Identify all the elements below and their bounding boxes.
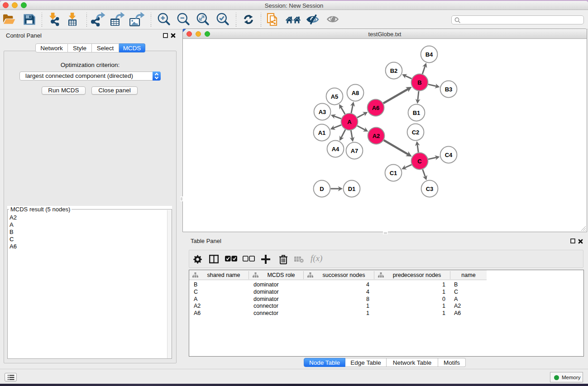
svg-text:A5: A5 bbox=[331, 93, 339, 100]
svg-text:C: C bbox=[417, 158, 422, 165]
svg-text:D1: D1 bbox=[348, 186, 356, 192]
svg-text:B2: B2 bbox=[390, 67, 398, 74]
svg-text:A2: A2 bbox=[373, 133, 380, 139]
svg-text:A1: A1 bbox=[318, 129, 326, 136]
svg-text:C1: C1 bbox=[390, 170, 397, 176]
svg-text:A6: A6 bbox=[372, 105, 380, 111]
svg-text:A3: A3 bbox=[319, 109, 326, 115]
svg-text:B: B bbox=[417, 79, 421, 86]
svg-text:C2: C2 bbox=[412, 129, 420, 136]
svg-text:D: D bbox=[320, 186, 324, 192]
svg-text:C3: C3 bbox=[426, 186, 434, 192]
svg-text:B4: B4 bbox=[425, 51, 433, 58]
svg-text:B3: B3 bbox=[445, 86, 453, 93]
svg-text:A: A bbox=[347, 119, 352, 125]
svg-text:A7: A7 bbox=[351, 148, 359, 154]
svg-text:A4: A4 bbox=[332, 146, 339, 152]
svg-text:B1: B1 bbox=[413, 110, 421, 116]
svg-text:A8: A8 bbox=[352, 90, 359, 96]
svg-text:C4: C4 bbox=[445, 152, 453, 158]
